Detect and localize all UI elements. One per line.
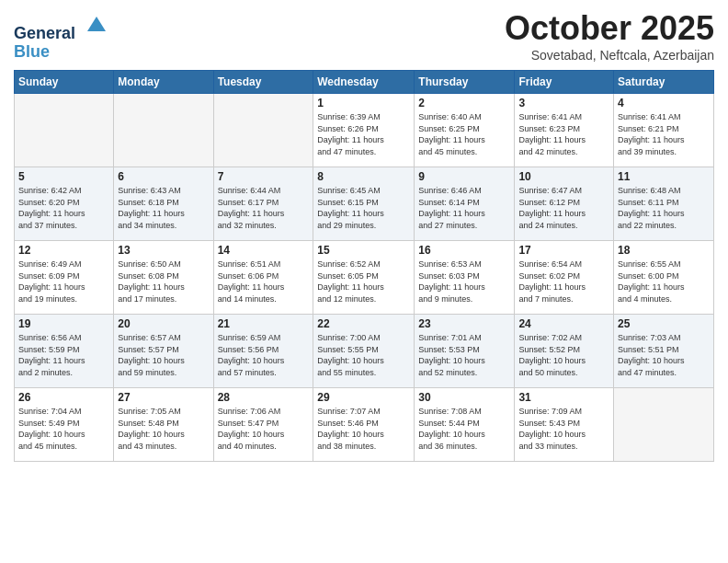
col-thursday: Thursday bbox=[415, 71, 515, 94]
day-info: Sunrise: 7:05 AM Sunset: 5:48 PM Dayligh… bbox=[118, 406, 209, 452]
calendar-day: 31Sunrise: 7:09 AM Sunset: 5:43 PM Dayli… bbox=[515, 388, 614, 462]
day-number: 4 bbox=[618, 97, 710, 109]
calendar-day: 24Sunrise: 7:02 AM Sunset: 5:52 PM Dayli… bbox=[515, 315, 614, 388]
title-block: October 2025 Sovetabad, Neftcala, Azerba… bbox=[505, 9, 714, 63]
day-info: Sunrise: 7:08 AM Sunset: 5:44 PM Dayligh… bbox=[418, 406, 510, 452]
day-number: 20 bbox=[118, 317, 209, 330]
calendar-day: 11Sunrise: 6:48 AM Sunset: 6:11 PM Dayli… bbox=[614, 167, 714, 241]
weekday-header-row: Sunday Monday Tuesday Wednesday Thursday… bbox=[15, 71, 714, 94]
calendar-day: 16Sunrise: 6:53 AM Sunset: 6:03 PM Dayli… bbox=[415, 241, 515, 315]
page: General Blue October 2025 Sovetabad, Nef… bbox=[0, 0, 728, 471]
day-number: 8 bbox=[317, 170, 410, 183]
day-info: Sunrise: 7:00 AM Sunset: 5:55 PM Dayligh… bbox=[317, 332, 410, 378]
logo-blue: Blue bbox=[14, 43, 109, 62]
day-number: 19 bbox=[18, 317, 109, 330]
calendar-day bbox=[213, 94, 313, 167]
day-info: Sunrise: 6:40 AM Sunset: 6:25 PM Dayligh… bbox=[418, 111, 510, 157]
day-number: 26 bbox=[18, 391, 109, 404]
day-info: Sunrise: 7:01 AM Sunset: 5:53 PM Dayligh… bbox=[418, 332, 510, 378]
day-number: 7 bbox=[218, 170, 310, 183]
day-number: 31 bbox=[518, 391, 609, 404]
day-info: Sunrise: 6:55 AM Sunset: 6:00 PM Dayligh… bbox=[618, 259, 710, 304]
day-number: 13 bbox=[118, 244, 209, 257]
day-info: Sunrise: 7:02 AM Sunset: 5:52 PM Dayligh… bbox=[518, 332, 609, 378]
day-info: Sunrise: 6:49 AM Sunset: 6:09 PM Dayligh… bbox=[18, 259, 109, 304]
col-sunday: Sunday bbox=[15, 71, 114, 94]
calendar-day: 20Sunrise: 6:57 AM Sunset: 5:57 PM Dayli… bbox=[114, 315, 213, 388]
day-number: 18 bbox=[618, 244, 710, 257]
calendar-week-row: 5Sunrise: 6:42 AM Sunset: 6:20 PM Daylig… bbox=[15, 167, 714, 241]
day-info: Sunrise: 6:50 AM Sunset: 6:08 PM Dayligh… bbox=[118, 259, 209, 304]
day-number: 21 bbox=[218, 317, 310, 330]
day-info: Sunrise: 7:07 AM Sunset: 5:46 PM Dayligh… bbox=[317, 406, 410, 452]
day-number: 22 bbox=[317, 317, 410, 330]
calendar-day: 6Sunrise: 6:43 AM Sunset: 6:18 PM Daylig… bbox=[114, 167, 213, 241]
day-info: Sunrise: 6:51 AM Sunset: 6:06 PM Dayligh… bbox=[218, 259, 310, 304]
day-info: Sunrise: 6:41 AM Sunset: 6:21 PM Dayligh… bbox=[618, 111, 710, 157]
day-info: Sunrise: 7:04 AM Sunset: 5:49 PM Dayligh… bbox=[18, 406, 109, 452]
day-info: Sunrise: 6:59 AM Sunset: 5:56 PM Dayligh… bbox=[218, 332, 310, 378]
day-info: Sunrise: 6:46 AM Sunset: 6:14 PM Dayligh… bbox=[418, 185, 510, 231]
calendar-day: 7Sunrise: 6:44 AM Sunset: 6:17 PM Daylig… bbox=[213, 167, 313, 241]
day-info: Sunrise: 7:06 AM Sunset: 5:47 PM Dayligh… bbox=[218, 406, 310, 452]
day-info: Sunrise: 6:47 AM Sunset: 6:12 PM Dayligh… bbox=[518, 185, 609, 231]
calendar-day: 22Sunrise: 7:00 AM Sunset: 5:55 PM Dayli… bbox=[313, 315, 415, 388]
calendar-day: 15Sunrise: 6:52 AM Sunset: 6:05 PM Dayli… bbox=[313, 241, 415, 315]
calendar-day bbox=[15, 94, 114, 167]
day-info: Sunrise: 6:39 AM Sunset: 6:26 PM Dayligh… bbox=[317, 111, 410, 157]
calendar-day bbox=[114, 94, 213, 167]
calendar-day: 23Sunrise: 7:01 AM Sunset: 5:53 PM Dayli… bbox=[415, 315, 515, 388]
day-number: 29 bbox=[317, 391, 410, 404]
location: Sovetabad, Neftcala, Azerbaijan bbox=[505, 48, 714, 63]
day-info: Sunrise: 6:52 AM Sunset: 6:05 PM Dayligh… bbox=[317, 259, 410, 304]
calendar-day: 14Sunrise: 6:51 AM Sunset: 6:06 PM Dayli… bbox=[213, 241, 313, 315]
calendar-day: 17Sunrise: 6:54 AM Sunset: 6:02 PM Dayli… bbox=[515, 241, 614, 315]
calendar-week-row: 1Sunrise: 6:39 AM Sunset: 6:26 PM Daylig… bbox=[15, 94, 714, 167]
day-number: 9 bbox=[418, 170, 510, 183]
calendar-table: Sunday Monday Tuesday Wednesday Thursday… bbox=[14, 70, 714, 462]
calendar-day: 3Sunrise: 6:41 AM Sunset: 6:23 PM Daylig… bbox=[515, 94, 614, 167]
calendar-day: 27Sunrise: 7:05 AM Sunset: 5:48 PM Dayli… bbox=[114, 388, 213, 462]
calendar-day: 19Sunrise: 6:56 AM Sunset: 5:59 PM Dayli… bbox=[15, 315, 114, 388]
logo: General Blue bbox=[14, 13, 109, 62]
calendar-day: 5Sunrise: 6:42 AM Sunset: 6:20 PM Daylig… bbox=[15, 167, 114, 241]
day-number: 30 bbox=[418, 391, 510, 404]
day-number: 5 bbox=[18, 170, 109, 183]
col-saturday: Saturday bbox=[614, 71, 714, 94]
day-number: 10 bbox=[518, 170, 609, 183]
day-info: Sunrise: 6:54 AM Sunset: 6:02 PM Dayligh… bbox=[518, 259, 609, 304]
day-info: Sunrise: 6:48 AM Sunset: 6:11 PM Dayligh… bbox=[618, 185, 710, 231]
col-wednesday: Wednesday bbox=[313, 71, 415, 94]
calendar-week-row: 19Sunrise: 6:56 AM Sunset: 5:59 PM Dayli… bbox=[15, 315, 714, 388]
day-number: 3 bbox=[518, 97, 609, 109]
day-number: 12 bbox=[18, 244, 109, 257]
day-number: 14 bbox=[218, 244, 310, 257]
calendar-day: 1Sunrise: 6:39 AM Sunset: 6:26 PM Daylig… bbox=[313, 94, 415, 167]
calendar-day: 12Sunrise: 6:49 AM Sunset: 6:09 PM Dayli… bbox=[15, 241, 114, 315]
day-info: Sunrise: 7:03 AM Sunset: 5:51 PM Dayligh… bbox=[618, 332, 710, 378]
day-number: 11 bbox=[618, 170, 710, 183]
day-info: Sunrise: 6:45 AM Sunset: 6:15 PM Dayligh… bbox=[317, 185, 410, 231]
day-info: Sunrise: 6:56 AM Sunset: 5:59 PM Dayligh… bbox=[18, 332, 109, 378]
col-friday: Friday bbox=[515, 71, 614, 94]
svg-marker-0 bbox=[87, 17, 106, 31]
day-number: 28 bbox=[218, 391, 310, 404]
logo-icon bbox=[84, 13, 109, 39]
col-monday: Monday bbox=[114, 71, 213, 94]
day-number: 24 bbox=[518, 317, 609, 330]
day-number: 17 bbox=[518, 244, 609, 257]
day-number: 1 bbox=[317, 97, 410, 109]
calendar-day: 4Sunrise: 6:41 AM Sunset: 6:21 PM Daylig… bbox=[614, 94, 714, 167]
col-tuesday: Tuesday bbox=[213, 71, 313, 94]
calendar-week-row: 26Sunrise: 7:04 AM Sunset: 5:49 PM Dayli… bbox=[15, 388, 714, 462]
calendar-day: 25Sunrise: 7:03 AM Sunset: 5:51 PM Dayli… bbox=[614, 315, 714, 388]
day-number: 16 bbox=[418, 244, 510, 257]
day-number: 25 bbox=[618, 317, 710, 330]
calendar-day: 8Sunrise: 6:45 AM Sunset: 6:15 PM Daylig… bbox=[313, 167, 415, 241]
day-number: 27 bbox=[118, 391, 209, 404]
calendar-day: 9Sunrise: 6:46 AM Sunset: 6:14 PM Daylig… bbox=[415, 167, 515, 241]
day-info: Sunrise: 6:53 AM Sunset: 6:03 PM Dayligh… bbox=[418, 259, 510, 304]
calendar-day: 26Sunrise: 7:04 AM Sunset: 5:49 PM Dayli… bbox=[15, 388, 114, 462]
day-info: Sunrise: 6:41 AM Sunset: 6:23 PM Dayligh… bbox=[518, 111, 609, 157]
day-info: Sunrise: 6:57 AM Sunset: 5:57 PM Dayligh… bbox=[118, 332, 209, 378]
